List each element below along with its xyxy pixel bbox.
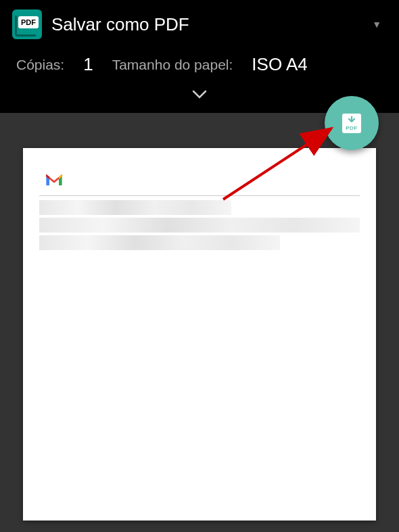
- dropdown-caret-icon[interactable]: ▼: [372, 19, 381, 30]
- paper-size-value[interactable]: ISO A4: [252, 54, 307, 75]
- download-pdf-icon: PDF: [342, 114, 361, 133]
- redacted-line: [39, 200, 231, 215]
- print-header: PDF Salvar como PDF ▼ Cópias: 1 Tamanho …: [0, 0, 399, 113]
- gmail-logo-icon: [45, 172, 64, 187]
- pdf-app-icon: PDF: [12, 9, 42, 39]
- destination-title: Salvar como PDF: [51, 14, 362, 35]
- copies-value[interactable]: 1: [83, 54, 93, 75]
- print-options-row: Cópias: 1 Tamanho do papel: ISO A4: [0, 49, 399, 84]
- fab-pdf-label: PDF: [346, 125, 358, 131]
- preview-area: [0, 113, 399, 521]
- page-divider: [39, 195, 360, 196]
- pdf-badge-text: PDF: [18, 16, 39, 28]
- page-preview[interactable]: [23, 148, 376, 521]
- destination-row[interactable]: PDF Salvar como PDF ▼: [0, 0, 399, 49]
- redacted-content: [39, 200, 360, 250]
- redacted-line: [39, 235, 280, 250]
- save-pdf-button[interactable]: PDF: [325, 96, 379, 150]
- paper-size-label: Tamanho do papel:: [112, 57, 233, 73]
- chevron-down-icon: [192, 86, 207, 103]
- redacted-line: [39, 218, 360, 233]
- copies-label: Cópias:: [16, 57, 64, 73]
